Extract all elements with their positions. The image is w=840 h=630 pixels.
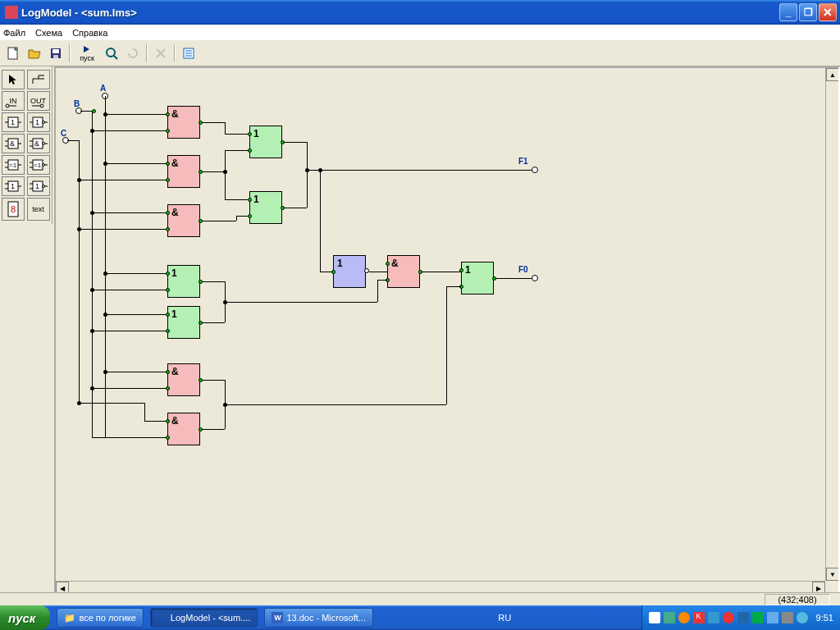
and-gate-6[interactable]: &: [387, 255, 420, 288]
wire: [92, 388, 167, 389]
wire: [67, 140, 79, 141]
tray-icon[interactable]: K: [693, 612, 705, 623]
pin: [281, 140, 285, 144]
wire: [144, 421, 167, 422]
new-button[interactable]: [3, 43, 23, 63]
and-gate-5[interactable]: &: [167, 413, 200, 445]
scroll-down-button[interactable]: ▼: [826, 568, 839, 581]
not-gate-1[interactable]: 1: [333, 255, 366, 288]
tray-icon[interactable]: [678, 612, 690, 623]
nand-tool[interactable]: &: [27, 134, 50, 153]
tray-icon[interactable]: [797, 612, 808, 623]
wire: [225, 150, 226, 171]
run-button[interactable]: пуск: [74, 43, 100, 63]
or-gate-3[interactable]: 1: [167, 265, 200, 298]
and-gate-2[interactable]: &: [167, 155, 200, 188]
svg-text:&: &: [34, 139, 39, 148]
minimize-button[interactable]: _: [779, 3, 797, 21]
wire: [92, 290, 167, 290]
pin: [281, 206, 285, 210]
tray-icon[interactable]: [649, 612, 660, 623]
wire-tool[interactable]: [27, 70, 50, 89]
vertical-scrollbar[interactable]: ▲ ▼: [825, 68, 838, 581]
wire: [144, 403, 145, 421]
clock[interactable]: 9:51: [816, 613, 833, 623]
output-tool[interactable]: OUT: [27, 91, 50, 111]
svg-text:1: 1: [35, 182, 39, 190]
menu-help[interactable]: Справка: [72, 28, 107, 38]
wire: [225, 199, 249, 200]
wire: [282, 142, 307, 143]
save-button[interactable]: [46, 43, 66, 63]
or-gate-2[interactable]: 1: [249, 191, 282, 224]
output-f1-port[interactable]: [532, 167, 538, 173]
or-gate-1[interactable]: 1: [249, 126, 282, 158]
taskbar: пуск 📁 все по логике LogModel - <sum....…: [0, 605, 840, 630]
maximize-button[interactable]: ❐: [799, 3, 817, 21]
close-button[interactable]: ✕: [819, 3, 837, 21]
pin: [492, 276, 496, 281]
tray-icon[interactable]: [723, 612, 734, 623]
wire: [369, 272, 387, 272]
output-f0-port[interactable]: [532, 275, 538, 281]
pin: [331, 270, 336, 274]
delete-button[interactable]: [151, 43, 171, 63]
not-tool[interactable]: 1: [27, 112, 50, 132]
tray-icon[interactable]: [767, 612, 778, 623]
or-gate-5[interactable]: 1: [461, 262, 494, 294]
or-gate-4[interactable]: 1: [167, 306, 200, 339]
schematic-canvas[interactable]: A B C F1 F0 & & & 1 1 1 1 & & 1 & 1: [56, 68, 838, 594]
buffer-tool[interactable]: 1: [2, 112, 25, 132]
svg-text:1: 1: [35, 118, 39, 126]
svg-text:=1: =1: [9, 162, 17, 169]
svg-point-4: [107, 48, 115, 57]
text-tool[interactable]: text: [27, 198, 50, 221]
menu-schema[interactable]: Схема: [35, 28, 62, 38]
menu-file[interactable]: Файл: [3, 28, 25, 38]
pin: [166, 288, 170, 292]
wire: [79, 180, 167, 180]
and-gate-3[interactable]: &: [167, 204, 200, 237]
wire: [79, 229, 167, 230]
pin: [199, 170, 203, 174]
and-tool[interactable]: &: [2, 134, 25, 153]
xnor-tool[interactable]: =1: [27, 155, 50, 175]
svg-point-12: [6, 104, 9, 107]
tray-icon[interactable]: [782, 612, 793, 623]
input-tool[interactable]: IN: [2, 91, 25, 111]
pointer-tool[interactable]: [2, 70, 25, 89]
scroll-up-button[interactable]: ▲: [826, 68, 839, 81]
wire: [446, 286, 461, 287]
display-tool[interactable]: 8: [2, 198, 25, 221]
taskbar-task-1[interactable]: LogModel - <sum....: [150, 608, 258, 628]
wire: [105, 163, 167, 164]
xor-tool[interactable]: =1: [2, 155, 25, 175]
start-button[interactable]: пуск: [0, 605, 50, 630]
language-indicator[interactable]: RU: [495, 611, 514, 624]
wire: [225, 150, 249, 151]
or-tool[interactable]: 1: [2, 176, 25, 196]
canvas-container: A B C F1 F0 & & & 1 1 1 1 & & 1 & 1: [54, 66, 840, 596]
output-f0-label: F0: [518, 265, 528, 274]
wire: [494, 278, 532, 279]
svg-point-15: [40, 104, 43, 107]
tray-icon[interactable]: [708, 612, 719, 623]
and-gate-4[interactable]: &: [167, 363, 200, 396]
wire: [200, 221, 236, 221]
list-button[interactable]: [179, 43, 199, 63]
open-button[interactable]: [25, 43, 44, 63]
run-label: пуск: [75, 54, 99, 62]
tray-icon[interactable]: [664, 612, 675, 623]
nor-tool[interactable]: 1: [27, 176, 50, 196]
taskbar-task-2[interactable]: W 13.doc - Microsoft...: [264, 608, 373, 628]
tray-icon[interactable]: [752, 612, 764, 623]
taskbar-task-0[interactable]: 📁 все по логике: [57, 608, 143, 628]
refresh-button[interactable]: [123, 43, 143, 63]
tray-icon[interactable]: [737, 612, 749, 623]
status-coords: (432;408): [765, 594, 830, 605]
and-gate-1[interactable]: &: [167, 106, 200, 139]
wire: [225, 302, 377, 303]
folder-icon: 📁: [64, 613, 75, 623]
pin: [199, 121, 203, 125]
zoom-button[interactable]: [102, 43, 121, 63]
